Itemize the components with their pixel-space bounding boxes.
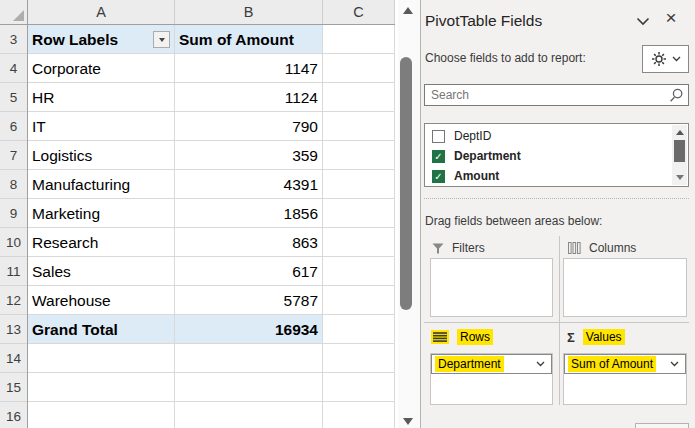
checkbox-checked[interactable]: ✓ [432, 150, 445, 163]
pivot-row-value[interactable]: 863 [175, 228, 318, 257]
search-input[interactable] [425, 85, 671, 105]
pivot-row-value[interactable]: 1147 [175, 54, 318, 83]
pivot-row-value[interactable]: 4391 [175, 170, 318, 199]
row-header-15[interactable]: 15 [0, 373, 27, 402]
chevron-down-icon[interactable] [536, 361, 545, 367]
rows-icon [431, 330, 449, 344]
field-item-deptid[interactable]: DeptID [425, 126, 671, 146]
column-header-b[interactable]: B [175, 0, 323, 24]
column-header-a[interactable]: A [28, 0, 175, 24]
row-header-6[interactable]: 6 [0, 112, 27, 141]
field-list: DeptID ✓ Department ✓ Amount [424, 123, 689, 187]
checkbox-checked[interactable]: ✓ [432, 170, 445, 183]
row-header-16[interactable]: 16 [0, 402, 27, 428]
close-icon[interactable]: × [662, 8, 680, 28]
field-item-amount[interactable]: ✓ Amount [425, 166, 671, 186]
pivot-row-label[interactable]: Warehouse [32, 286, 111, 315]
cell-grid: Row Labels Sum of Amount Corporate 1147 … [28, 25, 395, 428]
field-name: Department [454, 149, 521, 163]
chevron-down-icon [672, 56, 681, 62]
row-header-4[interactable]: 4 [0, 54, 27, 83]
filters-label: Filters [452, 241, 485, 255]
update-button-partial[interactable] [635, 423, 689, 428]
scroll-up-icon[interactable] [403, 7, 413, 14]
row-header-10[interactable]: 10 [0, 228, 27, 257]
excel-window: A B C 3 4 5 6 7 8 9 10 11 12 13 14 15 16… [0, 0, 695, 428]
areas-section: Filters Columns Rows Department [421, 236, 695, 405]
values-drop-area[interactable]: Sum of Amount [563, 353, 687, 405]
search-icon [669, 88, 684, 103]
pivot-row-label[interactable]: Logistics [32, 141, 92, 170]
row-header-11[interactable]: 11 [0, 257, 27, 286]
row-header-7[interactable]: 7 [0, 141, 27, 170]
pivot-row-value[interactable]: 617 [175, 257, 318, 286]
drag-fields-hint: Drag fields between areas below: [425, 214, 602, 228]
rows-field-pill[interactable]: Department [431, 354, 552, 374]
filters-drop-area[interactable] [430, 258, 553, 317]
pivot-header-values-cell[interactable]: Sum of Amount [179, 25, 294, 54]
values-area-label: Σ Values [567, 329, 625, 345]
pivottable-fields-pane: PivotTable Fields × Choose fields to add… [421, 0, 695, 428]
select-all-icon [12, 9, 25, 22]
field-item-department[interactable]: ✓ Department [425, 146, 671, 166]
column-header-c[interactable]: C [323, 0, 395, 24]
grand-total-value-cell[interactable]: 16934 [175, 315, 318, 344]
pivot-row-label[interactable]: Manufacturing [32, 170, 130, 199]
pivot-row-value[interactable]: 1124 [175, 83, 318, 112]
filters-area-label: Filters [432, 240, 485, 256]
pivot-row-value[interactable]: 5787 [175, 286, 318, 315]
field-name: Amount [454, 169, 499, 183]
pivot-row-label[interactable]: Marketing [32, 199, 100, 228]
choose-fields-label: Choose fields to add to report: [425, 51, 586, 65]
pivot-row-value[interactable]: 790 [175, 112, 318, 141]
filter-dropdown-icon [159, 38, 165, 42]
scrollbar-thumb[interactable] [400, 57, 412, 310]
tools-button[interactable] [642, 45, 689, 73]
pivot-row-value[interactable]: 1856 [175, 199, 318, 228]
row-header-12[interactable]: 12 [0, 286, 27, 315]
scroll-up-icon[interactable] [676, 130, 684, 135]
pivot-row-label[interactable]: Corporate [32, 54, 101, 83]
rows-field-name: Department [435, 356, 504, 372]
field-list-scrollbar[interactable] [672, 125, 687, 185]
values-field-pill[interactable]: Sum of Amount [564, 354, 686, 374]
grand-total-label-cell[interactable]: Grand Total [32, 315, 118, 344]
scroll-down-icon[interactable] [676, 175, 684, 180]
filter-funnel-icon [432, 243, 444, 254]
pivot-row-label[interactable]: HR [32, 83, 54, 112]
sheet-vertical-scrollbar[interactable] [398, 0, 421, 428]
pivot-row-value[interactable]: 359 [175, 141, 318, 170]
pivot-row-label[interactable]: IT [32, 112, 46, 141]
row-header-8[interactable]: 8 [0, 170, 27, 199]
values-field-name: Sum of Amount [568, 356, 656, 372]
pivot-row-label[interactable]: Research [32, 228, 98, 257]
chevron-down-icon[interactable] [670, 361, 679, 367]
pane-divider [424, 198, 689, 199]
scrollbar-thumb[interactable] [674, 140, 685, 162]
rows-drop-area[interactable]: Department [430, 353, 553, 405]
row-header-13[interactable]: 13 [0, 315, 27, 344]
gear-icon [651, 51, 667, 67]
search-box [424, 84, 689, 106]
row-labels-filter-button[interactable] [153, 31, 170, 48]
columns-drop-area[interactable] [563, 258, 687, 317]
rows-area-label: Rows [431, 329, 493, 345]
row-header-5[interactable]: 5 [0, 83, 27, 112]
scroll-down-icon[interactable] [403, 418, 413, 425]
row-headers: 3 4 5 6 7 8 9 10 11 12 13 14 15 16 [0, 25, 28, 428]
columns-label: Columns [589, 241, 636, 255]
pivot-row-label[interactable]: Sales [32, 257, 71, 286]
pane-title: PivotTable Fields [425, 12, 542, 30]
columns-icon [568, 242, 581, 254]
pane-options-chevron-icon[interactable] [636, 15, 652, 31]
checkbox-unchecked[interactable] [432, 130, 445, 143]
columns-area-label: Columns [568, 240, 636, 256]
row-header-14[interactable]: 14 [0, 344, 27, 373]
row-header-3[interactable]: 3 [0, 25, 27, 54]
row-header-9[interactable]: 9 [0, 199, 27, 228]
sigma-icon: Σ [567, 330, 575, 345]
select-all-corner[interactable] [0, 0, 28, 25]
divider [559, 236, 560, 405]
divider [424, 322, 689, 323]
pivot-header-row-labels-cell[interactable]: Row Labels [32, 25, 118, 54]
